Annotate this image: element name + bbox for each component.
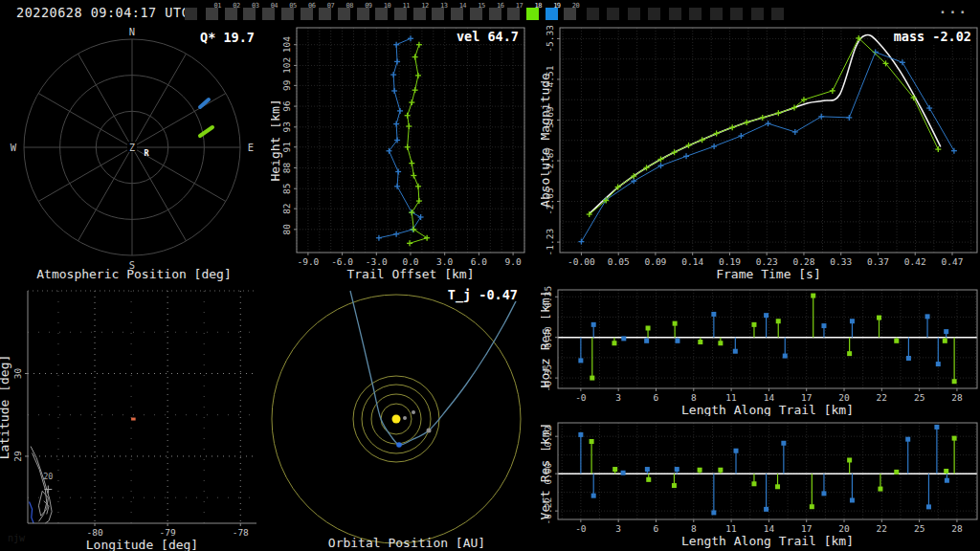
frame-extra-2[interactable] [607, 8, 619, 20]
svg-text:-1.23: -1.23 [545, 229, 555, 256]
svg-text:14: 14 [764, 392, 775, 403]
svg-text:Latitude [deg]: Latitude [deg] [0, 355, 11, 460]
svg-text:0.28: 0.28 [793, 256, 815, 267]
svg-text:11: 11 [725, 523, 737, 534]
svg-text:Orbital Position [AU]: Orbital Position [AU] [328, 536, 485, 550]
frame-extra-4[interactable] [648, 8, 660, 20]
atmospheric-position-panel: NESWZRAtmospheric Position [deg]Q* 19.7 [0, 27, 271, 283]
svg-text:85: 85 [281, 183, 292, 193]
svg-text:Trail Offset [km]: Trail Offset [km] [346, 267, 474, 281]
svg-text:0.33: 0.33 [830, 256, 852, 267]
svg-text:11: 11 [725, 392, 737, 403]
frame-01-label: 01 [207, 2, 221, 10]
frame-20-label: 20 [565, 2, 579, 10]
frame-17-label: 17 [508, 2, 523, 10]
svg-text:14: 14 [764, 523, 775, 534]
frame-extra-6[interactable] [689, 8, 702, 20]
timestamp: 20220628 09:04:17 UTC [16, 5, 189, 20]
frame-extra-3[interactable] [628, 8, 640, 20]
frame-19-label: 19 [546, 2, 561, 10]
svg-text:-79: -79 [160, 527, 176, 538]
svg-text:3.0: 3.0 [436, 256, 453, 267]
frame-extra-8[interactable] [730, 8, 743, 20]
svg-text:0.47: 0.47 [942, 256, 964, 267]
frame-07-label: 07 [320, 2, 334, 10]
svg-text:3: 3 [615, 523, 621, 534]
frame-extra-7[interactable] [710, 8, 723, 20]
svg-text:30: 30 [12, 367, 23, 379]
svg-text:-5.33: -5.33 [545, 26, 555, 53]
svg-text:-80: -80 [86, 527, 102, 538]
svg-text:Length Along Trail [km]: Length Along Trail [km] [681, 534, 854, 548]
svg-text:Z: Z [129, 143, 135, 153]
frame-06-label: 06 [301, 2, 316, 10]
svg-text:96: 96 [281, 100, 292, 112]
frame-03-label: 03 [244, 2, 258, 10]
svg-text:-9.0: -9.0 [297, 256, 319, 267]
frame-14-label: 14 [452, 2, 466, 10]
frame-18-label: 18 [527, 2, 542, 10]
frame-extra-9[interactable] [751, 8, 764, 20]
vert-res-panel: -0368111417202225280.220.00-0.22Length A… [541, 416, 980, 551]
svg-text:Frame Time [s]: Frame Time [s] [716, 267, 821, 281]
overflow-menu-icon[interactable]: ... [939, 1, 969, 16]
svg-text:Atmospheric Position [deg]: Atmospheric Position [deg] [36, 267, 232, 281]
svg-text:Vert Res [km]: Vert Res [km] [541, 423, 552, 520]
frame-lead[interactable] [185, 8, 197, 20]
svg-text:-3.0: -3.0 [366, 256, 388, 267]
svg-text:99: 99 [281, 79, 292, 91]
svg-text:82: 82 [281, 203, 292, 213]
svg-text:6.0: 6.0 [471, 256, 487, 267]
svg-text:Absolute Magnitude: Absolute Magnitude [541, 73, 552, 208]
svg-text:20: 20 [43, 472, 53, 481]
frame-10-label: 10 [376, 2, 390, 10]
svg-text:8: 8 [691, 392, 697, 403]
frame-extra-10[interactable] [771, 8, 784, 20]
top-bar: 20220628 09:04:17 UTC 010203040506070809… [0, 0, 980, 27]
svg-text:0.23: 0.23 [756, 256, 778, 267]
svg-text:Horz Res [km]: Horz Res [km] [541, 291, 552, 388]
svg-text:25: 25 [914, 523, 924, 534]
svg-text:25: 25 [914, 392, 924, 403]
svg-text:Length Along Trail [km]: Length Along Trail [km] [681, 403, 854, 416]
svg-text:22: 22 [877, 523, 887, 534]
svg-text:0.42: 0.42 [904, 256, 926, 267]
svg-text:0.0: 0.0 [402, 256, 418, 267]
svg-text:-78: -78 [233, 527, 249, 538]
svg-text:-0.00: -0.00 [568, 256, 595, 267]
svg-text:104: 104 [281, 36, 292, 53]
trail-offset-panel: -9.0-6.0-3.00.03.06.09.08082858891939699… [271, 26, 541, 284]
svg-text:0.37: 0.37 [867, 256, 889, 267]
svg-text:20: 20 [838, 523, 850, 534]
absolute-magnitude-panel: -0.000.050.090.140.190.230.280.330.370.4… [541, 26, 980, 284]
svg-text:-6.0: -6.0 [331, 256, 353, 267]
ground-track-map-panel: 20-80-79-782930Longitude [deg]Latitude [… [0, 285, 271, 551]
frame-extra-5[interactable] [669, 8, 681, 20]
svg-text:91: 91 [281, 142, 292, 153]
orbital-position-panel: Orbital Position [AU]T_j -0.47 [271, 285, 541, 551]
svg-text:0.19: 0.19 [719, 256, 741, 267]
svg-text:Height [km]: Height [km] [271, 99, 282, 181]
svg-text:17: 17 [801, 392, 812, 403]
frame-05-label: 05 [282, 2, 297, 10]
frame-extra-1[interactable] [587, 8, 599, 20]
svg-text:88: 88 [281, 162, 292, 173]
watermark: njw [8, 533, 25, 543]
svg-text:93: 93 [281, 121, 292, 132]
frame-11-label: 11 [395, 2, 410, 10]
frame-12-label: 12 [414, 2, 429, 10]
svg-text:E: E [248, 142, 254, 153]
svg-text:6: 6 [654, 392, 659, 403]
svg-text:-0: -0 [575, 392, 587, 403]
meteor-analysis-dashboard: 20220628 09:04:17 UTC 010203040506070809… [0, 0, 980, 551]
svg-text:28: 28 [951, 392, 963, 403]
svg-text:6: 6 [654, 523, 659, 534]
svg-text:8: 8 [691, 523, 697, 534]
svg-text:102: 102 [281, 57, 292, 74]
svg-text:W: W [11, 142, 17, 153]
svg-text:29: 29 [12, 451, 23, 462]
svg-text:R: R [144, 148, 149, 158]
svg-text:28: 28 [951, 523, 963, 534]
frame-15-label: 15 [471, 2, 485, 10]
svg-text:0.09: 0.09 [644, 256, 666, 267]
